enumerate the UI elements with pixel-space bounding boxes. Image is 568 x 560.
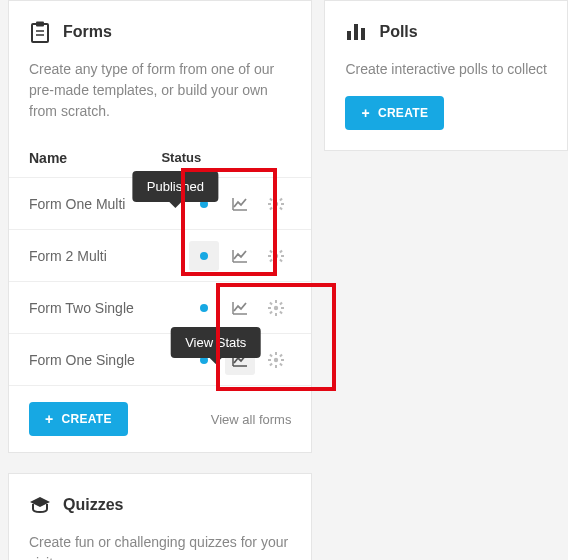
- forms-card: Forms Create any type of form from one o…: [8, 0, 312, 453]
- svg-rect-38: [280, 353, 284, 357]
- svg-rect-24: [275, 313, 277, 316]
- svg-rect-15: [275, 261, 277, 264]
- chart-icon: [232, 249, 248, 263]
- svg-rect-30: [270, 310, 274, 314]
- gear-icon: [268, 300, 284, 316]
- table-row: Form One Single View Stats: [9, 334, 311, 386]
- svg-rect-16: [268, 255, 271, 257]
- svg-rect-6: [275, 209, 277, 212]
- svg-rect-0: [32, 24, 48, 42]
- svg-rect-8: [281, 203, 284, 205]
- forms-title: Forms: [63, 23, 112, 41]
- stats-button[interactable]: [225, 241, 255, 271]
- form-name: Form One Single: [29, 352, 161, 368]
- svg-rect-29: [280, 301, 284, 305]
- svg-rect-17: [281, 255, 284, 257]
- settings-button[interactable]: [261, 345, 291, 375]
- create-poll-button[interactable]: + CREATE: [345, 96, 444, 130]
- svg-rect-27: [270, 301, 274, 305]
- forms-footer: + CREATE View all forms: [9, 386, 311, 452]
- create-label: CREATE: [378, 106, 428, 120]
- svg-rect-42: [354, 24, 358, 40]
- svg-rect-12: [270, 206, 274, 210]
- svg-rect-10: [280, 206, 284, 210]
- svg-rect-35: [281, 359, 284, 361]
- chart-icon: [232, 197, 248, 211]
- tooltip-published: Published: [133, 171, 218, 202]
- tooltip-viewstats: View Stats: [171, 327, 260, 358]
- svg-rect-28: [280, 310, 284, 314]
- svg-rect-43: [361, 28, 365, 40]
- view-all-forms-link[interactable]: View all forms: [211, 412, 292, 427]
- quizzes-card: Quizzes Create fun or challenging quizze…: [8, 473, 312, 560]
- forms-table: Name Status Form One Multi Published: [9, 138, 311, 386]
- svg-point-4: [274, 201, 278, 205]
- svg-rect-1: [36, 22, 44, 27]
- svg-rect-39: [270, 362, 274, 366]
- forms-header: Forms: [9, 1, 311, 59]
- svg-rect-19: [280, 258, 284, 262]
- status-dot-button[interactable]: [189, 241, 219, 271]
- svg-rect-34: [268, 359, 271, 361]
- svg-rect-18: [270, 249, 274, 253]
- table-row: Form 2 Multi: [9, 230, 311, 282]
- svg-rect-32: [275, 352, 277, 355]
- svg-rect-23: [275, 300, 277, 303]
- settings-button[interactable]: [261, 293, 291, 323]
- quizzes-title: Quizzes: [63, 496, 123, 514]
- col-name: Name: [29, 150, 161, 166]
- svg-rect-37: [280, 362, 284, 366]
- svg-rect-33: [275, 365, 277, 368]
- settings-button[interactable]: [261, 189, 291, 219]
- form-name: Form 2 Multi: [29, 248, 161, 264]
- svg-rect-41: [347, 31, 351, 40]
- plus-icon: +: [45, 412, 53, 426]
- settings-button[interactable]: [261, 241, 291, 271]
- svg-rect-26: [281, 307, 284, 309]
- create-label: CREATE: [61, 412, 111, 426]
- status-dot-icon: [200, 252, 208, 260]
- svg-rect-36: [270, 353, 274, 357]
- table-row: Form Two Single: [9, 282, 311, 334]
- svg-rect-9: [270, 197, 274, 201]
- gear-icon: [268, 352, 284, 368]
- graduation-cap-icon: [29, 494, 51, 516]
- polls-header: Polls: [325, 1, 567, 59]
- quizzes-header: Quizzes: [9, 474, 311, 532]
- status-dot-icon: [200, 304, 208, 312]
- svg-rect-14: [275, 248, 277, 251]
- svg-rect-11: [280, 197, 284, 201]
- svg-rect-5: [275, 196, 277, 199]
- col-status: Status: [161, 150, 291, 165]
- bar-chart-icon: [345, 21, 367, 43]
- clipboard-icon: [29, 21, 51, 43]
- create-form-button[interactable]: + CREATE: [29, 402, 128, 436]
- stats-button[interactable]: [225, 293, 255, 323]
- gear-icon: [268, 196, 284, 212]
- svg-rect-7: [268, 203, 271, 205]
- polls-card: Polls Create interactive polls to collec…: [324, 0, 568, 151]
- gear-icon: [268, 248, 284, 264]
- chart-icon: [232, 301, 248, 315]
- status-dot-button[interactable]: [189, 293, 219, 323]
- svg-rect-25: [268, 307, 271, 309]
- polls-title: Polls: [379, 23, 417, 41]
- table-row: Form One Multi Published: [9, 178, 311, 230]
- svg-rect-20: [280, 249, 284, 253]
- svg-point-13: [274, 253, 278, 257]
- polls-description: Create interactive polls to collect: [325, 59, 567, 96]
- quizzes-description: Create fun or challenging quizzes for yo…: [9, 532, 311, 560]
- plus-icon: +: [361, 106, 369, 120]
- stats-button[interactable]: [225, 189, 255, 219]
- svg-rect-21: [270, 258, 274, 262]
- form-name: Form Two Single: [29, 300, 161, 316]
- svg-point-22: [274, 305, 278, 309]
- svg-point-31: [274, 357, 278, 361]
- forms-description: Create any type of form from one of our …: [9, 59, 311, 138]
